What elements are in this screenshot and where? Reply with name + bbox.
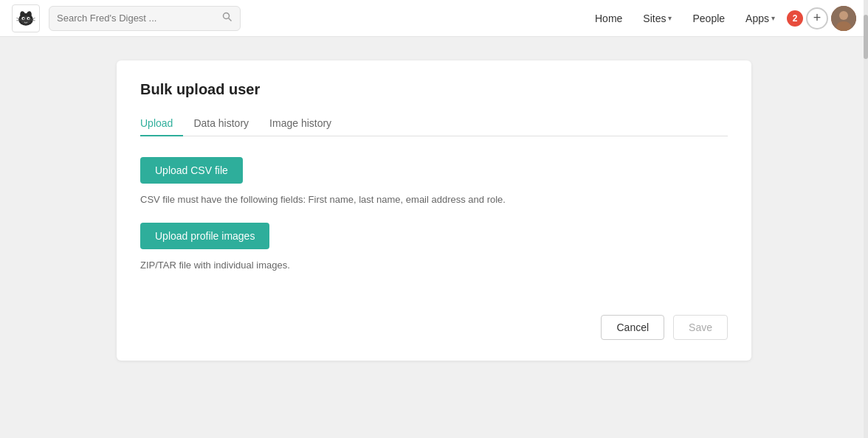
images-helper-text: ZIP/TAR file with individual images. [140,260,728,271]
nav-home[interactable]: Home [586,8,631,29]
svg-point-12 [224,13,230,19]
tab-data-history[interactable]: Data history [183,111,259,136]
tabs: Upload Data history Image history [140,111,728,136]
nav-sites[interactable]: Sites ▾ [634,8,681,29]
avatar[interactable] [831,6,856,31]
svg-point-6 [23,18,24,19]
card-footer: Cancel Save [140,315,728,340]
search-input[interactable] [57,13,216,24]
search-icon [222,12,232,24]
scrollbar-thumb[interactable] [864,15,868,59]
upload-profile-images-button[interactable]: Upload profile images [140,223,269,249]
main-content: Bulk upload user Upload Data history Ima… [0,37,868,384]
sites-chevron-icon: ▾ [668,14,672,22]
svg-point-7 [28,18,30,19]
scrollbar-track [864,0,868,438]
tab-image-history[interactable]: Image history [259,111,342,136]
card-title: Bulk upload user [140,81,728,98]
save-button[interactable]: Save [673,315,728,340]
cancel-button[interactable]: Cancel [601,315,664,340]
upload-images-section: Upload profile images ZIP/TAR file with … [140,223,728,271]
nav-people[interactable]: People [683,8,734,29]
upload-csv-section: Upload CSV file CSV file must have the f… [140,157,728,205]
navbar: Home Sites ▾ People Apps ▾ 2 + [0,0,868,37]
csv-helper-text: CSV file must have the following fields:… [140,194,728,205]
add-button[interactable]: + [806,7,828,29]
svg-point-15 [839,11,848,20]
tab-upload[interactable]: Upload [140,111,183,136]
apps-chevron-icon: ▾ [771,14,775,22]
logo-box [12,4,40,32]
nav-apps[interactable]: Apps ▾ [737,8,784,29]
logo[interactable] [12,4,40,32]
bulk-upload-card: Bulk upload user Upload Data history Ima… [117,60,751,361]
search-bar[interactable] [49,6,241,31]
nav-links: Home Sites ▾ People Apps ▾ 2 + [586,6,856,31]
upload-csv-button[interactable]: Upload CSV file [140,157,243,184]
svg-line-13 [229,18,232,21]
notifications-badge[interactable]: 2 [787,10,803,27]
